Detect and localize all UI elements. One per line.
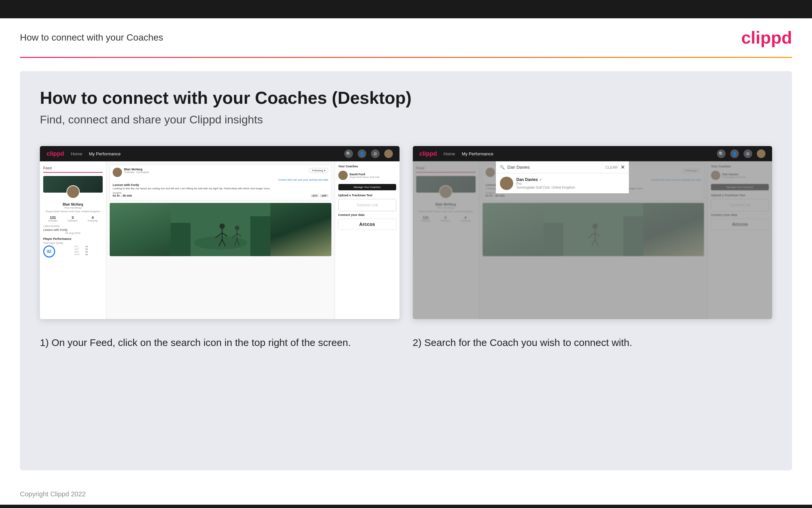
screenshot-2: clippd Home My Performance 🔍 👤 ⚙ (413, 146, 772, 319)
search-icon-1[interactable]: 🔍 (344, 150, 353, 158)
profile-stats-1: 131 Activities 3 Followers 4 Following (43, 216, 103, 222)
tag-ott-1: OTT (311, 194, 319, 197)
svg-rect-14 (171, 223, 190, 256)
page-title: How to connect with your Coaches (20, 32, 163, 43)
caption-2: 2) Search for the Coach you wish to conn… (413, 336, 772, 350)
avatar-icon-2[interactable] (757, 150, 765, 158)
header-divider (20, 57, 792, 58)
bar-ott-1: OTT 90 (75, 246, 88, 248)
coach-name-1: David Ford (350, 173, 380, 176)
performance-bars-1: OTT 90 APP 85 ARG (75, 246, 88, 256)
feed-tab-label-1: Feed (43, 166, 51, 170)
manage-coaches-btn-1[interactable]: Manage Your Coaches (338, 184, 396, 190)
following-btn-1[interactable]: Following ▾ (309, 168, 328, 173)
mock-ui-2: clippd Home My Performance 🔍 👤 ⚙ (413, 146, 772, 319)
mock-nav-performance-2: My Performance (462, 152, 493, 156)
mock-right-1: Your Coaches David Ford Royal North Devo… (335, 161, 399, 319)
result-role-1: Pro (517, 182, 575, 186)
svg-point-8 (235, 225, 239, 230)
stat-num-followers-1: 3 (68, 216, 78, 220)
post-title-1: Lesson with Fordy (113, 183, 328, 186)
stat-label-activities-1: Activities (48, 220, 57, 222)
search-overlay-2: 🔍 Dan Davies CLEAR ✕ Dan Davies ✓ (413, 161, 772, 319)
main-subtitle: Find, connect and share your Clippd insi… (40, 113, 772, 126)
header: How to connect with your Coaches clippd (0, 18, 812, 57)
mock-nav-icons-1: 🔍 👤 ⚙ (344, 150, 393, 158)
post-duration-1: Duration (113, 192, 328, 194)
mock-nav-2: clippd Home My Performance 🔍 👤 ⚙ (413, 146, 772, 161)
bar-app-1: APP 85 (75, 248, 88, 250)
connect-title-1: Connect your data (338, 213, 396, 217)
person-icon-2[interactable]: 👤 (730, 150, 739, 158)
stat-activities-1: 131 Activities (48, 216, 57, 222)
profile-name-1: Blair McHarg (43, 203, 103, 206)
search-result-1[interactable]: Dan Davies ✓ Pro Sunningdale Golf Club, … (496, 173, 629, 193)
mock-left-1: Feed Blair McHarg Plus Handicap Royal No… (40, 161, 106, 319)
stat-followers-1: 3 Followers (68, 216, 78, 222)
caption-1: 1) On your Feed, click on the search ico… (40, 336, 399, 350)
search-box-2: 🔍 Dan Davies CLEAR ✕ Dan Davies ✓ (496, 161, 629, 193)
feed-tab-1: Feed (43, 165, 103, 173)
top-bar (0, 0, 812, 18)
footer: Copyright Clippd 2022 (0, 484, 812, 505)
upload-title-1: Upload a Trackman Test (338, 194, 396, 197)
post-name-1: Blair McHarg (124, 168, 149, 171)
search-clear-btn[interactable]: CLEAR (606, 165, 618, 169)
stat-label-followers-1: Followers (68, 220, 78, 222)
mock-body-1: Feed Blair McHarg Plus Handicap Royal No… (40, 161, 399, 319)
svg-point-2 (220, 223, 225, 229)
settings-icon-1[interactable]: ⚙ (371, 150, 380, 158)
screenshot-1: clippd Home My Performance 🔍 👤 ⚙ (40, 146, 399, 319)
mock-nav-1: clippd Home My Performance 🔍 👤 ⚙ (40, 146, 399, 161)
caption-1-text: 1) On your Feed, click on the search ico… (40, 337, 351, 348)
stat-num-following-1: 4 (88, 216, 98, 220)
latest-activity-1: Lesson with Fordy (43, 228, 103, 231)
golf-image-1 (110, 203, 331, 256)
bar-arg-1: ARG 86 (75, 251, 88, 253)
mock-nav-performance-1: My Performance (89, 152, 121, 156)
result-club-1: Sunningdale Golf Club, United Kingdom (517, 186, 575, 189)
result-avatar-1 (500, 177, 513, 190)
captions-row: 1) On your Feed, click on the search ico… (40, 336, 772, 350)
coach-row-1: David Ford Royal North Devon Golf Club (338, 171, 396, 180)
post-text-1: Looking to feel like my hands are exitin… (113, 186, 328, 190)
post-time-1: 01 hr : 30 min (113, 194, 132, 197)
mock-nav-home-1: Home (71, 152, 83, 156)
main-title: How to connect with your Coaches (Deskto… (40, 88, 772, 108)
post-avatar-1 (113, 168, 122, 177)
profile-club-1: Royal North Devon Golf Club, United King… (43, 210, 103, 213)
settings-icon-2[interactable]: ⚙ (744, 150, 752, 158)
mock-post-1: Blair McHarg Yesterday · Sunningdale Fol… (110, 165, 331, 200)
mock-nav-home-2: Home (444, 152, 456, 156)
verified-icon-1: ✓ (539, 178, 542, 182)
profile-avatar-1 (66, 185, 80, 199)
result-name-1: Dan Davies (517, 177, 538, 182)
person-icon-1[interactable]: 👤 (357, 150, 366, 158)
mock-nav-icons-2: 🔍 👤 ⚙ (717, 150, 765, 158)
profile-handicap-1: Plus Handicap (43, 206, 103, 209)
latest-label-1: Latest Activity (43, 224, 103, 227)
profile-banner-1 (43, 176, 103, 193)
mock-logo-1: clippd (47, 151, 64, 157)
search-icon-2[interactable]: 🔍 (717, 150, 726, 158)
mock-middle-1: Blair McHarg Yesterday · Sunningdale Fol… (106, 161, 335, 319)
mock-ui-1: clippd Home My Performance 🔍 👤 ⚙ (40, 146, 399, 319)
clippd-logo: clippd (741, 28, 792, 48)
search-close-btn[interactable]: ✕ (621, 164, 625, 170)
copyright-text: Copyright Clippd 2022 (20, 491, 86, 498)
share-link-1[interactable]: Control who can see your activity and da… (113, 178, 328, 181)
post-sub-1: Yesterday · Sunningdale (124, 171, 149, 173)
screenshots-row: clippd Home My Performance 🔍 👤 ⚙ (40, 146, 772, 319)
search-bar-2: 🔍 Dan Davies CLEAR ✕ (496, 161, 629, 173)
bottom-bar (0, 505, 812, 508)
latest-date-1: 03 Aug 2022 (43, 231, 103, 235)
coaches-title-1: Your Coaches (338, 165, 396, 168)
search-icon-overlay: 🔍 (500, 165, 505, 170)
coach-club-1: Royal North Devon Golf Club (350, 176, 380, 178)
quality-label-1: Total Player Quality (43, 242, 103, 244)
trackman-box-1: Trackman Link (338, 199, 396, 211)
search-input-text[interactable]: Dan Davies (508, 165, 603, 170)
mock-logo-2: clippd (420, 151, 437, 157)
svg-rect-15 (250, 216, 270, 256)
avatar-icon-1[interactable] (384, 150, 393, 158)
